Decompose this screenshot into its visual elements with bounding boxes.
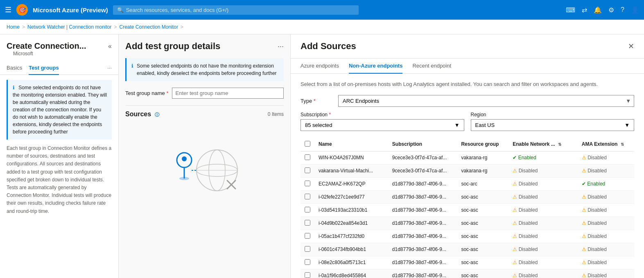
panel-header: Add Sources ✕	[291, 34, 644, 59]
breadcrumb-network-watcher[interactable]: Network Watcher | Connection monitor	[27, 24, 111, 30]
th-subscription: Subscription	[388, 138, 457, 151]
enable-network-check-icon: ✔	[513, 155, 517, 160]
alert-text: Some selected endpoints do not have the …	[137, 62, 279, 77]
search-icon: 🔍	[117, 7, 124, 13]
test-group-name-input[interactable]	[172, 88, 284, 99]
sidebar-content: ℹ Some selected endpoints do not have th…	[0, 75, 118, 220]
cell-checkbox	[301, 190, 314, 203]
cell-checkbox	[301, 243, 314, 256]
add-sources-panel: Add Sources ✕ Azure endpoints Non-Azure …	[291, 34, 644, 278]
select-all-checkbox[interactable]	[305, 141, 310, 147]
directory-icon[interactable]: ⇄	[582, 6, 587, 14]
tab-basics[interactable]: Basics	[7, 61, 22, 75]
search-input[interactable]	[126, 7, 355, 13]
nav-icon-group: ⌨ ⇄ 🔔 ⚙ ? 👤	[566, 6, 639, 14]
cell-checkbox	[301, 164, 314, 177]
filter-row: Subscription * 85 selected ▼ Region East…	[301, 112, 634, 131]
cell-enable-network: ✔ Enabled	[508, 151, 578, 164]
cell-ama-extension: ⚠ Disabled	[578, 151, 634, 164]
settings-icon[interactable]: ⚙	[608, 6, 614, 14]
sidebar-tabs: Basics Test groups ···	[0, 61, 118, 75]
row-checkbox[interactable]	[305, 154, 310, 160]
cell-subscription: 9cece3e3-0f7d-47ca-af...	[388, 151, 457, 164]
row-checkbox[interactable]	[305, 167, 310, 173]
required-indicator: *	[166, 90, 168, 96]
alert-info-icon: ℹ	[131, 62, 133, 77]
row-checkbox[interactable]	[305, 233, 310, 239]
cell-subscription: 9cece3e3-0f7d-47ca-af...	[388, 164, 457, 177]
ama-warn-icon: ⚠	[582, 220, 586, 226]
sidebar-description: Each test group in Connection Monitor de…	[7, 145, 112, 215]
sources-label: Sources	[125, 111, 151, 118]
cell-subscription: d1d8779d-38d7-4f06-9...	[388, 269, 457, 278]
help-icon[interactable]: ?	[621, 6, 624, 14]
type-select-wrapper: ARC Endpoints ▼	[338, 95, 634, 107]
table-row: i-03d54193ac23310b1 d1d8779d-38d7-4f06-9…	[301, 203, 634, 217]
tab-azure-endpoints[interactable]: Azure endpoints	[301, 59, 339, 74]
close-button[interactable]: ✕	[628, 42, 634, 51]
cell-resource-group: vakarana-rg	[457, 164, 508, 177]
cell-checkbox	[301, 203, 314, 217]
breadcrumb-home[interactable]: Home	[7, 24, 20, 30]
subscription-dropdown-icon: ▼	[454, 122, 460, 128]
cell-checkbox	[301, 230, 314, 243]
cell-subscription: d1d8779d-38d7-4f06-9...	[388, 230, 457, 243]
row-checkbox[interactable]	[305, 272, 310, 278]
enable-network-warn-icon: ⚠	[513, 168, 517, 174]
notifications-icon[interactable]: 🔔	[594, 6, 602, 14]
ama-warn-icon: ⚠	[582, 168, 586, 174]
ama-warn-icon: ⚠	[582, 194, 586, 200]
cell-checkbox	[301, 177, 314, 190]
center-panel-title: Add test group details	[125, 41, 220, 52]
center-alert-box: ℹ Some selected endpoints do not have th…	[125, 58, 284, 81]
th-enable-network[interactable]: Enable Network ... ⇅	[508, 138, 578, 151]
cloud-shell-icon[interactable]: ⌨	[566, 6, 575, 14]
cell-resource-group: soc-asc	[457, 243, 508, 256]
test-group-label: Test group name *	[125, 90, 169, 96]
cell-enable-network: ⚠ Disabled	[508, 269, 578, 278]
account-icon[interactable]: 👤	[631, 6, 639, 14]
cell-enable-network: ⚠ Disabled	[508, 256, 578, 269]
sidebar-info-text: Some selected endpoints do not have the …	[13, 85, 107, 135]
sources-info-icon: ⓘ	[155, 112, 159, 117]
row-checkbox[interactable]	[305, 194, 310, 199]
row-checkbox[interactable]	[305, 181, 310, 186]
search-bar[interactable]: 🔍	[113, 5, 359, 15]
collapse-icon[interactable]: «	[108, 43, 112, 50]
sources-section-header: Sources ⓘ 0 Items	[125, 105, 284, 121]
cell-resource-group: soc-asc	[457, 190, 508, 203]
tab-recent-endpoint[interactable]: Recent endpoint	[412, 59, 451, 74]
empty-state	[125, 121, 284, 219]
sidebar-title-group: Create Connection... Microsoft	[7, 41, 86, 60]
subscription-value: 85 selected	[305, 122, 332, 128]
subscription-dropdown[interactable]: 85 selected ▼	[301, 119, 464, 131]
cell-resource-group: soc-asc	[457, 230, 508, 243]
cell-enable-network: ⚠ Disabled	[508, 203, 578, 217]
sidebar-tab-more[interactable]: ···	[107, 61, 112, 75]
breadcrumb-create-monitor[interactable]: Create Connection Monitor	[119, 24, 178, 30]
table-row: EC2AMAZ-HK672QP d1d8779d-38d7-4f06-9... …	[301, 177, 634, 190]
ama-check-icon: ✔	[582, 181, 586, 187]
enable-network-warn-icon: ⚠	[513, 246, 517, 252]
type-row: Type * ARC Endpoints ▼	[301, 95, 634, 107]
row-checkbox[interactable]	[305, 246, 310, 252]
table-header: Name Subscription Resource group Enable …	[301, 138, 634, 151]
cell-enable-network: ⚠ Disabled	[508, 190, 578, 203]
tab-test-groups[interactable]: Test groups	[29, 61, 59, 75]
center-more-icon[interactable]: ···	[278, 42, 284, 51]
row-checkbox[interactable]	[305, 259, 310, 265]
row-checkbox[interactable]	[305, 220, 310, 226]
cell-name: i-0a1f96cd8ed455864	[314, 269, 388, 278]
cell-checkbox	[301, 151, 314, 164]
test-group-name-row: Test group name *	[125, 88, 284, 99]
cell-ama-extension: ⚠ Disabled	[578, 190, 634, 203]
cell-resource-group: soc-asc	[457, 269, 508, 278]
region-dropdown[interactable]: East US ▼	[471, 119, 635, 131]
row-checkbox[interactable]	[305, 207, 310, 212]
th-ama-extension[interactable]: AMA Extension ⇅	[578, 138, 634, 151]
type-select[interactable]: ARC Endpoints	[338, 95, 634, 107]
center-panel: Add test group details ··· ℹ Some select…	[119, 34, 291, 278]
hamburger-menu[interactable]: ☰	[5, 5, 11, 14]
tab-non-azure-endpoints[interactable]: Non-Azure endpoints	[349, 59, 402, 74]
brand-name: Microsoft Azure (Preview)	[33, 7, 108, 14]
